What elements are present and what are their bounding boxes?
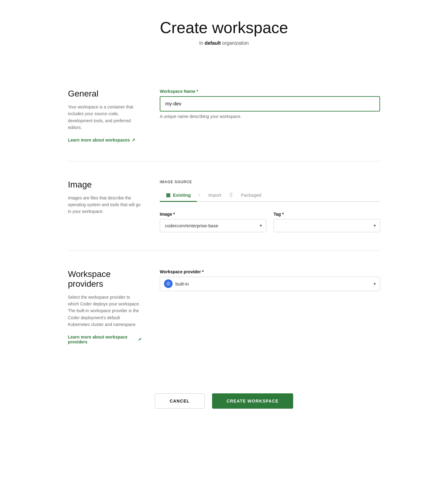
providers-heading: Workspace providers bbox=[68, 269, 141, 289]
providers-learn-more-label: Learn more about workspace providers bbox=[68, 335, 136, 344]
footer-buttons: CANCEL CREATE WORKSPACE bbox=[68, 381, 380, 409]
tag-field: Tag * ▾ bbox=[274, 212, 380, 232]
tab-existing-label: Existing bbox=[173, 192, 191, 198]
tab-import-label: Import bbox=[208, 192, 222, 198]
cancel-button[interactable]: CANCEL bbox=[155, 393, 205, 409]
providers-external-link-icon: ↗ bbox=[138, 337, 141, 342]
image-select-wrapper: codercom/enterprise-base ▾ bbox=[160, 219, 266, 232]
provider-select-wrapper: built-in ▾ bbox=[160, 277, 380, 291]
tab-separator-1: + bbox=[198, 192, 201, 198]
general-content: Workspace Name * A unique name describin… bbox=[160, 89, 380, 143]
general-description: Your workspace is a container that inclu… bbox=[68, 104, 141, 131]
image-heading: Image bbox=[68, 180, 141, 190]
providers-sidebar: Workspace providers Select the workspace… bbox=[68, 269, 141, 344]
general-sidebar: General Your workspace is a container th… bbox=[68, 89, 141, 143]
general-section: General Your workspace is a container th… bbox=[68, 70, 380, 161]
image-source-tabs: ▦ Existing + Import 🎛 Packaged bbox=[160, 189, 380, 202]
workspace-name-input[interactable] bbox=[160, 96, 380, 112]
image-description: Images are files that describe the opera… bbox=[68, 195, 141, 215]
tag-field-label: Tag * bbox=[274, 212, 380, 217]
subtitle-prefix: In bbox=[199, 40, 205, 46]
image-source-label: IMAGE SOURCE bbox=[160, 180, 380, 184]
provider-field-label: Workspace provider * bbox=[160, 269, 380, 274]
general-learn-more-link[interactable]: Learn more about workspaces ↗ bbox=[68, 138, 135, 142]
providers-content: Workspace provider * built-in ▾ bbox=[160, 269, 380, 344]
providers-description: Select the workspace provider to which C… bbox=[68, 294, 141, 328]
page-subtitle: In default organization bbox=[68, 40, 380, 46]
provider-select[interactable]: built-in bbox=[160, 277, 380, 291]
tag-select[interactable] bbox=[274, 219, 380, 232]
subtitle-suffix: organization bbox=[221, 40, 249, 46]
tab-packaged-label: Packaged bbox=[241, 192, 261, 198]
tab-packaged[interactable]: Packaged bbox=[235, 189, 267, 202]
tab-separator-2: 🎛 bbox=[229, 192, 233, 198]
existing-tab-icon: ▦ bbox=[166, 192, 170, 198]
workspace-name-label: Workspace Name * bbox=[160, 89, 380, 94]
external-link-icon: ↗ bbox=[132, 138, 135, 142]
tab-existing[interactable]: ▦ Existing bbox=[160, 189, 197, 202]
image-sidebar: Image Images are files that describe the… bbox=[68, 180, 141, 232]
image-field-label: Image * bbox=[160, 212, 266, 217]
image-content: IMAGE SOURCE ▦ Existing + Import 🎛 Packa… bbox=[160, 180, 380, 232]
image-tag-fields: Image * codercom/enterprise-base ▾ Tag * bbox=[160, 212, 380, 232]
image-field: Image * codercom/enterprise-base ▾ bbox=[160, 212, 266, 232]
general-learn-more-label: Learn more about workspaces bbox=[68, 138, 130, 142]
providers-learn-more-link[interactable]: Learn more about workspace providers ↗ bbox=[68, 335, 141, 344]
tag-select-wrapper: ▾ bbox=[274, 219, 380, 232]
org-name: default bbox=[205, 40, 221, 46]
image-section: Image Images are files that describe the… bbox=[68, 161, 380, 251]
workspace-name-hint: A unique name describing your workspace. bbox=[160, 114, 380, 119]
image-select[interactable]: codercom/enterprise-base bbox=[160, 219, 266, 232]
page-header: Create workspace In default organization bbox=[68, 18, 380, 46]
providers-section: Workspace providers Select the workspace… bbox=[68, 251, 380, 363]
general-heading: General bbox=[68, 89, 141, 99]
tab-import[interactable]: Import bbox=[202, 189, 228, 202]
create-workspace-button[interactable]: CREATE WORKSPACE bbox=[212, 393, 293, 409]
page-title: Create workspace bbox=[68, 18, 380, 37]
